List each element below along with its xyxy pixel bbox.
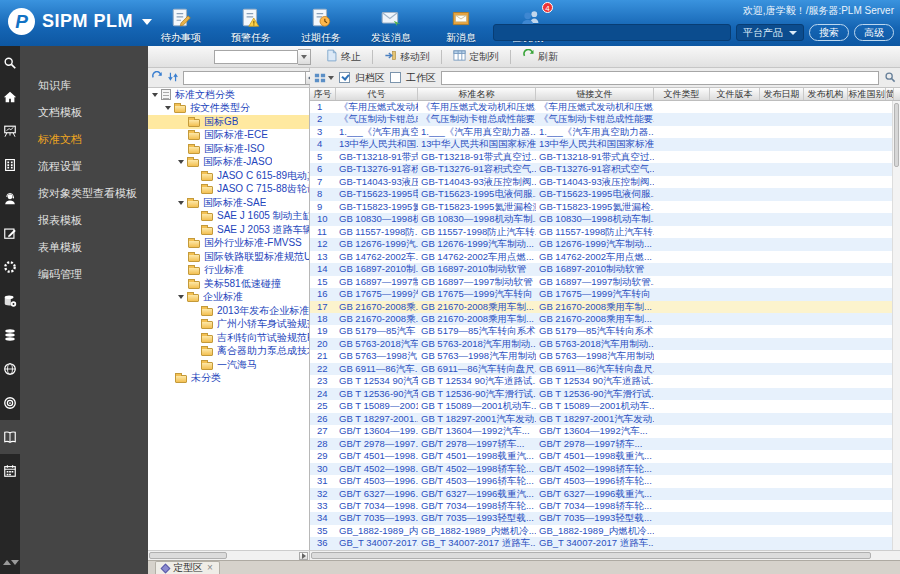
column-header-7[interactable]: 发布日期 (760, 88, 804, 100)
code-cell[interactable]: GB/T 7035—1993... (336, 512, 418, 524)
code-cell[interactable]: GB 21670-2008乘... (336, 301, 418, 313)
table-row[interactable]: 32GB/T 6327—1996...GB/T 6327—1996载重汽...G… (310, 488, 892, 500)
table-row[interactable]: 31GB/T 4503—1996...GB/T 4503—1996轿车轮...G… (310, 475, 892, 487)
code-cell[interactable]: GB 5763-2018汽车... (336, 338, 418, 350)
search-icon[interactable] (884, 69, 896, 87)
name-cell[interactable]: 1.___《汽车用真空助力器... (418, 126, 536, 138)
tree-node[interactable]: 一汽海马 (148, 358, 309, 372)
columns-button[interactable]: 定制列 (447, 46, 505, 67)
edit-icon[interactable] (0, 216, 20, 250)
table-row[interactable]: 2《气压制动卡钳总成...《气压制动卡钳总成性能要...《气压制动卡钳总成性能要… (310, 113, 892, 125)
file-cell[interactable]: GB/T 4502—1998轿车轮... (536, 463, 654, 475)
sidebar-item-标准文档[interactable]: 标准文档 (20, 126, 148, 153)
table-row[interactable]: 30GB/T 4502—1998...GB/T 4502—1998轿车轮...G… (310, 463, 892, 475)
file-cell[interactable]: GB 16897—1997制动软管... (536, 276, 654, 288)
name-cell[interactable]: GB 12676-1999汽车制动... (418, 238, 536, 250)
code-cell[interactable]: GB T 12536-90汽车... (336, 388, 418, 400)
table-row[interactable]: 8GB-T15623-1995电...GB-T15623-1995电液伺服...… (310, 188, 892, 200)
table-row[interactable]: 27GB/T 13604—199...GB/T 13604—1992汽车...G… (310, 425, 892, 437)
tree-node[interactable]: 国际标准-ECE (148, 129, 309, 143)
name-cell[interactable]: GB/T 4503—1996轿车轮... (418, 475, 536, 487)
table-row[interactable]: 17GB 21670-2008乘...GB 21670-2008乘用车制...G… (310, 301, 892, 313)
table-row[interactable]: 35GB_1882-1989_内...GB_1882-1989_内燃机冷...G… (310, 525, 892, 537)
tree-expand-icon[interactable] (178, 160, 184, 164)
name-cell[interactable]: GB T 15089—2001机动车... (418, 400, 536, 412)
code-cell[interactable]: GB-T13218-91带式... (336, 151, 418, 163)
tree-node[interactable]: 国际标准-SAE (148, 196, 309, 210)
code-cell[interactable]: GB 12676-1999汽... (336, 238, 418, 250)
sidebar-item-表单模板[interactable]: 表单模板 (20, 234, 148, 261)
table-row[interactable]: 5GB-T13218-91带式...GB-T13218-91带式真空过...GB… (310, 151, 892, 163)
sidebar-item-按对象类型查看模板[interactable]: 按对象类型查看模板 (20, 180, 148, 207)
tree-node[interactable]: 国外行业标准-FMVSS (148, 237, 309, 251)
tree-expand-icon[interactable] (178, 295, 184, 299)
table-row[interactable]: 7GB-T14043-93液压...GB-T14043-93液压控制阀...GB… (310, 176, 892, 188)
name-cell[interactable]: GB/T 2978—1997轿车... (418, 438, 536, 450)
sidebar-item-流程设置[interactable]: 流程设置 (20, 153, 148, 180)
table-row[interactable]: 18GB 21670-2008乘...GB 21670-2008乘用车制...G… (310, 313, 892, 325)
name-cell[interactable]: GB_1882-1989_内燃机冷... (418, 525, 536, 537)
table-row[interactable]: 11GB 11557-1998防...GB 11557-1998防止汽车转...… (310, 226, 892, 238)
tree-expand-icon[interactable] (178, 201, 184, 205)
column-header-1[interactable]: 序号 (310, 88, 336, 100)
database-gear-icon[interactable] (0, 284, 20, 318)
collapse-up-icon[interactable] (3, 560, 11, 565)
code-cell[interactable]: GB-T15623-1995电... (336, 188, 418, 200)
table-row[interactable]: 15GB 16897—1997制...GB 16897—1997制动软管GB 1… (310, 276, 892, 288)
loading-icon[interactable] (0, 250, 20, 284)
tree-node[interactable]: 吉利转向节试验规范FD_1503 (148, 331, 309, 345)
table-row[interactable]: 36GB_T 34007-2017...GB_T 34007-2017 道路车.… (310, 537, 892, 549)
name-cell[interactable]: GB 17675—1999汽车转向 (418, 288, 536, 300)
nav-item-todo[interactable]: 待办事项 (155, 5, 207, 45)
file-cell[interactable]: GB 11557-1998防止汽车转... (536, 226, 654, 238)
tree-node[interactable]: SAE J 1605 制动主缸储油罐性能 (148, 210, 309, 224)
code-cell[interactable]: GB 17675—1999汽 (336, 288, 418, 300)
filter-combo-input[interactable] (214, 50, 298, 64)
code-cell[interactable]: GB 10830—1998机... (336, 213, 418, 225)
file-cell[interactable]: 《气压制动卡钳总成性能要... (536, 113, 654, 125)
table-vertical-scrollbar[interactable] (892, 101, 900, 550)
table-row[interactable]: 12GB 12676-1999汽...GB 12676-1999汽车制动...G… (310, 238, 892, 250)
name-cell[interactable]: GB-T13276-91容积式空气... (418, 163, 536, 175)
file-cell[interactable]: GB T 15089—2001机动车... (536, 400, 654, 412)
file-cell[interactable]: GB T 12536-90汽车滑行试... (536, 388, 654, 400)
calendar-icon[interactable] (0, 454, 20, 488)
tree-search-input[interactable] (184, 73, 305, 83)
code-cell[interactable]: GB-T15823-1995氦... (336, 201, 418, 213)
code-cell[interactable]: GB 16897—1997制... (336, 276, 418, 288)
combo-dropdown-button[interactable] (298, 49, 311, 65)
global-search-input[interactable] (493, 24, 731, 41)
tree-node[interactable]: 2013年发布企业标准 (148, 304, 309, 318)
code-cell[interactable]: GB 21670-2008乘... (336, 313, 418, 325)
tree-node[interactable]: 国际铁路联盟标准规范UIC (148, 250, 309, 264)
app-logo[interactable]: P SIPM PLM (8, 8, 152, 35)
file-cell[interactable]: GB-T15623-1995电液伺服... (536, 188, 654, 200)
column-header-2[interactable]: 代号 (336, 88, 418, 100)
code-cell[interactable]: 《气压制动卡钳总成... (336, 113, 418, 125)
nav-item-newmsg[interactable]: 新消息 (435, 5, 487, 45)
sidebar-item-知识库[interactable]: 知识库 (20, 72, 148, 99)
code-cell[interactable]: GB 6911—86汽车... (336, 363, 418, 375)
table-row[interactable]: 31.___《汽车用真空...1.___《汽车用真空助力器...1.___《汽车… (310, 126, 892, 138)
table-row[interactable]: 25GB T 15089—2001...GB T 15089—2001机动车..… (310, 400, 892, 412)
table-row[interactable]: 413中华人民共和国...13中华人民共和国国家标准...13中华人民共和国国家… (310, 138, 892, 150)
sidebar-item-报表模板[interactable]: 报表模板 (20, 207, 148, 234)
file-cell[interactable]: GB/T 7034—1998轿车轮... (536, 500, 654, 512)
scrollbar-thumb[interactable] (311, 552, 871, 559)
name-cell[interactable]: GB T 18297-2001汽车发动... (418, 413, 536, 425)
code-cell[interactable]: GB/T 4503—1996... (336, 475, 418, 487)
name-cell[interactable]: GB/T 6327—1996载重汽... (418, 488, 536, 500)
name-cell[interactable]: GB 21670-2008乘用车制... (418, 301, 536, 313)
search-button[interactable]: 搜索 (809, 24, 849, 41)
search-scope-dropdown[interactable]: 平台产品 (736, 24, 804, 41)
name-cell[interactable]: GB 5763-2018汽车用制动... (418, 338, 536, 350)
code-cell[interactable]: GB/T 4501—1998... (336, 450, 418, 462)
name-cell[interactable]: GB-T14043-93液压控制阀... (418, 176, 536, 188)
table-row[interactable]: 33GB/T 7034—1998...GB/T 7034—1998轿车轮...G… (310, 500, 892, 512)
name-cell[interactable]: GB/T 7034—1998轿车轮... (418, 500, 536, 512)
column-header-4[interactable]: 链接文件 (536, 88, 654, 100)
workspace-checkbox[interactable] (390, 72, 401, 83)
name-cell[interactable]: GB 11557-1998防止汽车转... (418, 226, 536, 238)
table-horizontal-scrollbar[interactable] (310, 550, 900, 560)
file-cell[interactable]: GB/T 13604—1992汽车... (536, 425, 654, 437)
